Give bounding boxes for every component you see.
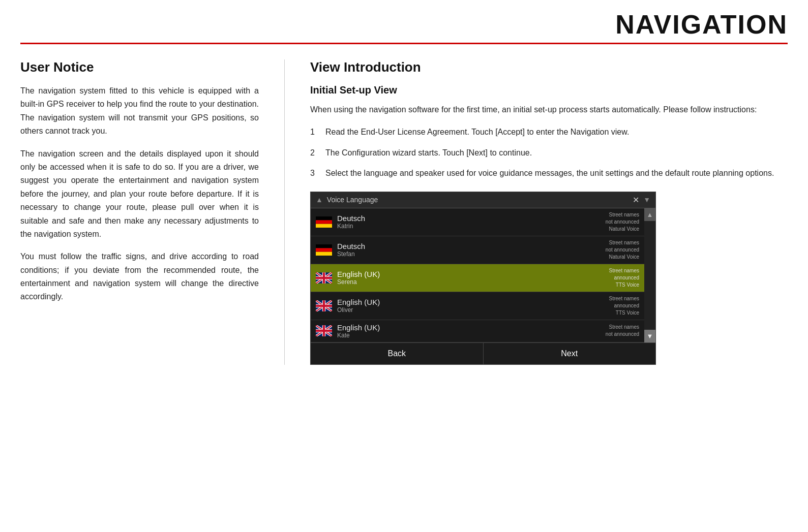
step-2: 2 The Configuration wizard starts. Touch… [310,146,788,160]
close-icon[interactable]: ✕ [633,195,639,205]
voice-lang-name: English (UK) [337,270,604,278]
voice-lang-name: English (UK) [337,323,601,332]
svg-rect-2 [316,224,332,227]
step-3-num: 3 [310,167,319,180]
svg-rect-4 [316,248,332,252]
voice-language-label: Voice Language [327,196,378,204]
scroll-up-button[interactable]: ▲ [644,208,655,221]
voice-lang-name: English (UK) [337,298,604,306]
scroll-down-arrow-icon[interactable]: ▼ [643,196,650,204]
voice-desc: Street namesnot announcedNatural Voice [606,211,639,233]
voice-list: Deutsch Katrin Street namesnot announced… [311,208,644,342]
voice-name-block: English (UK) Kate [337,323,601,339]
red-rule [20,43,788,44]
voice-rows-container: Deutsch Katrin Street namesnot announced… [311,208,655,342]
flag-uk-icon [316,272,332,284]
svg-rect-5 [316,252,332,255]
voice-scrollbar: ▲ ▼ [644,208,655,342]
voice-desc: Street namesnot announcedNatural Voice [606,239,639,261]
flag-uk-icon [316,325,332,336]
voice-ui-header-left: ▲ Voice Language [316,196,378,204]
step-2-num: 2 [310,146,319,160]
page-header: NAVIGATION [0,0,808,40]
next-button[interactable]: Next [484,343,656,364]
step-1-text: Read the End-User License Agreement. Tou… [325,126,788,139]
view-intro-title: View Introduction [310,59,788,75]
steps-list: 1 Read the End-User License Agreement. T… [310,126,788,180]
voice-desc: Street namesannouncedTTS Voice [609,267,639,289]
voice-ui-header-right: ✕ ▼ [633,195,650,205]
user-notice-title: User Notice [20,59,259,75]
voice-name-block: English (UK) Serena [337,270,604,286]
voice-person: Katrin [337,223,601,230]
step-2-text: The Configuration wizard starts. Touch [… [325,146,788,160]
voice-ui-header: ▲ Voice Language ✕ ▼ [311,192,655,208]
voice-person: Kate [337,332,601,339]
flag-de-icon [316,216,332,228]
scroll-up-arrow-icon[interactable]: ▲ [316,196,323,204]
voice-row-deutsch-katrin[interactable]: Deutsch Katrin Street namesnot announced… [311,208,644,236]
voice-person: Oliver [337,306,604,314]
flag-de-icon [316,244,332,256]
two-column-layout: User Notice The navigation system fitted… [0,59,808,365]
voice-name-block: Deutsch Stefan [337,242,601,258]
voice-name-block: English (UK) Oliver [337,298,604,314]
back-button[interactable]: Back [311,343,484,364]
user-notice-para-3: You must follow the traffic signs, and d… [20,250,259,304]
step-3: 3 Select the language and speaker used f… [310,167,788,180]
voice-desc: Street namesnot announced [606,324,639,338]
initial-setup-title: Initial Set-up View [310,84,788,96]
voice-person: Serena [337,278,604,286]
intro-text: When using the navigation software for t… [310,103,788,116]
step-3-text: Select the language and speaker used for… [325,167,788,180]
right-column: View Introduction Initial Set-up View Wh… [285,59,788,365]
svg-rect-1 [316,220,332,224]
svg-rect-3 [316,244,332,248]
scroll-down-button[interactable]: ▼ [644,330,655,342]
voice-row-english-uk-serena[interactable]: English (UK) Serena Street namesannounce… [311,264,644,292]
left-column: User Notice The navigation system fitted… [20,59,285,365]
voice-person: Stefan [337,251,601,258]
voice-row-english-uk-oliver[interactable]: English (UK) Oliver Street namesannounce… [311,292,644,320]
svg-rect-0 [316,216,332,220]
voice-desc: Street namesannouncedTTS Voice [609,295,639,317]
step-1: 1 Read the End-User License Agreement. T… [310,126,788,139]
voice-name-block: Deutsch Katrin [337,214,601,230]
flag-uk-icon [316,300,332,311]
voice-language-ui: ▲ Voice Language ✕ ▼ [310,192,656,365]
scroll-thumb [644,221,655,330]
voice-row-deutsch-stefan[interactable]: Deutsch Stefan Street namesnot announced… [311,236,644,264]
voice-lang-name: Deutsch [337,242,601,251]
voice-lang-name: Deutsch [337,214,601,223]
voice-row-english-uk-kate[interactable]: English (UK) Kate Street namesnot announ… [311,320,644,342]
user-notice-para-1: The navigation system fitted to this veh… [20,84,259,138]
voice-ui-footer: Back Next [311,342,655,364]
user-notice-para-2: The navigation screen and the details di… [20,147,259,241]
page-title: NAVIGATION [615,9,788,40]
step-1-num: 1 [310,126,319,139]
